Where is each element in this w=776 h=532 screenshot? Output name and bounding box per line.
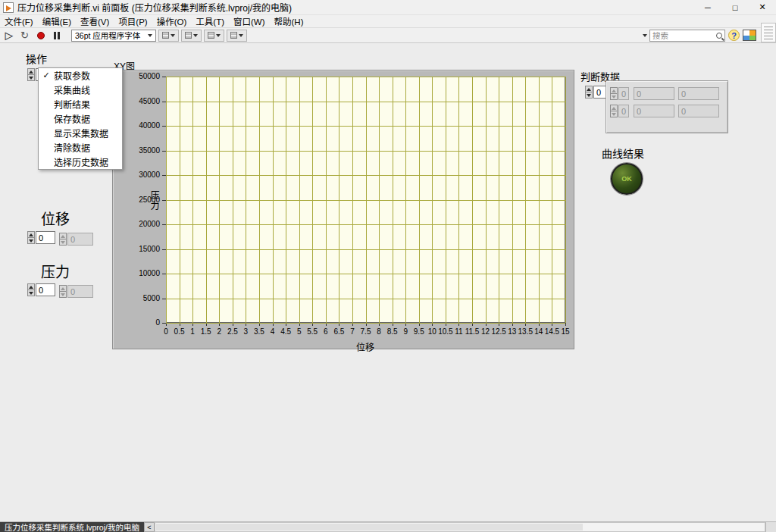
close-button[interactable]: ✕ [749, 0, 776, 14]
displacement-indicator: 0 [59, 233, 93, 246]
menu-item[interactable]: 操作(O) [152, 15, 192, 27]
reorder-dropdown[interactable] [227, 30, 247, 42]
window-title: 压力位移采集判断.vi 前面板 (压力位移采集判断系统.lvproj/我的电脑) [17, 1, 292, 14]
menu-option-label: 清除数据 [54, 141, 90, 154]
x-tick-label: 15 [554, 327, 577, 336]
increment-icon[interactable] [27, 68, 35, 75]
menu-item[interactable]: 窗口(W) [229, 15, 270, 27]
search-icon [716, 33, 722, 39]
run-continuously-button[interactable]: ↻ [17, 30, 32, 42]
increment-decrement-buttons[interactable] [585, 86, 593, 99]
array-index-control[interactable]: 0 [610, 87, 629, 100]
project-breadcrumb[interactable]: 压力位移采集判断系统.lvproj/我的电脑 [0, 522, 144, 532]
status-bar: 压力位移采集判断系统.lvproj/我的电脑 < [0, 521, 776, 532]
menu-item[interactable]: 工具(T) [191, 15, 229, 27]
increment-decrement-buttons[interactable] [27, 231, 35, 244]
y-tick-label: 45000 [134, 97, 160, 105]
menu-option[interactable]: 判断结果 [39, 97, 122, 111]
minimize-button[interactable]: ─ [694, 0, 721, 14]
increment-decrement-buttons [610, 105, 618, 117]
menu-option[interactable]: 选择历史数据 [39, 155, 122, 169]
array-index-control[interactable]: 0 [610, 105, 629, 117]
distribute-objects-icon [185, 32, 192, 39]
search-placeholder: 搜索 [652, 30, 668, 41]
menu-item[interactable]: 编辑(E) [38, 15, 76, 27]
search-options-button[interactable] [640, 30, 649, 41]
operation-menu: ✓获取参数采集曲线判断结果保存数据显示采集数据清除数据选择历史数据 [38, 67, 123, 170]
chevron-down-icon [193, 34, 198, 37]
menu-option[interactable]: ✓获取参数 [39, 68, 122, 83]
increment-decrement-buttons[interactable] [27, 68, 35, 81]
maximize-button[interactable]: □ [721, 0, 749, 14]
array-element: 0 [634, 105, 674, 117]
resize-objects-dropdown[interactable] [204, 30, 224, 42]
curve-result-label: 曲线结果 [602, 146, 644, 161]
increment-icon[interactable] [27, 231, 35, 238]
value-box: 0 [67, 233, 93, 246]
increment-icon [610, 87, 618, 94]
y-tick-label: 25000 [134, 196, 160, 204]
displacement-control[interactable]: 0 [27, 231, 55, 244]
increment-icon[interactable] [585, 86, 593, 92]
menu-item[interactable]: 帮助(H) [270, 15, 308, 27]
increment-icon[interactable] [27, 283, 35, 290]
displacement-label: 位移 [41, 208, 70, 228]
chevron-down-icon [239, 34, 243, 37]
reorder-icon [230, 32, 237, 39]
context-help-button[interactable]: ? [728, 30, 740, 41]
decrement-icon [59, 239, 67, 246]
toolbar: ▶ ↻ 36pt 应用程序字体 搜索 ? [0, 28, 776, 43]
array-row: 00 [634, 87, 719, 100]
increment-decrement-buttons [59, 285, 67, 298]
menu-option[interactable]: 采集曲线 [39, 83, 122, 97]
decrement-icon[interactable] [27, 238, 35, 244]
menu-option-label: 获取参数 [54, 69, 90, 82]
chevron-down-icon [148, 34, 152, 37]
y-tick-label: 30000 [134, 171, 160, 179]
pause-button[interactable] [49, 30, 64, 42]
led-text: OK [621, 175, 632, 183]
abort-button[interactable] [33, 30, 48, 42]
increment-decrement-buttons [610, 87, 618, 100]
chevron-down-icon [171, 34, 175, 37]
increment-icon [59, 233, 67, 239]
x-axis-title: 位移 [343, 340, 388, 353]
y-tick-label: 20000 [134, 220, 160, 228]
scrollbar-corner [765, 522, 776, 532]
scroll-left-button[interactable]: < [144, 522, 155, 532]
judge-index-control[interactable]: 0 [585, 86, 607, 99]
value-box[interactable]: 0 [36, 283, 55, 296]
value-box[interactable]: 0 [36, 231, 55, 244]
pressure-control[interactable]: 0 [27, 283, 55, 296]
panel-switch-icon[interactable] [743, 30, 756, 41]
horizontal-scrollbar[interactable] [155, 522, 765, 532]
decrement-icon[interactable] [585, 92, 593, 99]
check-icon: ✓ [39, 70, 54, 80]
run-button[interactable]: ▶ [2, 30, 16, 42]
decrement-icon[interactable] [27, 290, 35, 296]
title-bar: 压力位移采集判断.vi 前面板 (压力位移采集判断系统.lvproj/我的电脑)… [0, 0, 776, 15]
align-objects-dropdown[interactable] [158, 30, 179, 42]
menu-item[interactable]: 查看(V) [76, 15, 114, 27]
font-selector[interactable]: 36pt 应用程序字体 [71, 30, 156, 42]
menu-option[interactable]: 保存数据 [39, 111, 122, 126]
menu-option[interactable]: 清除数据 [39, 140, 122, 155]
menu-item[interactable]: 项目(P) [114, 15, 152, 27]
window-controls: ─ □ ✕ [694, 0, 776, 14]
run-continuous-icon: ↻ [20, 30, 29, 41]
pressure-label: 压力 [41, 261, 70, 281]
menu-item[interactable]: 文件(F) [0, 15, 38, 27]
increment-decrement-buttons[interactable] [27, 283, 35, 296]
distribute-objects-dropdown[interactable] [181, 30, 202, 42]
array-index-column: 00 [610, 87, 629, 117]
decrement-icon[interactable] [27, 75, 35, 81]
scrollbar-thumb[interactable] [156, 524, 583, 530]
menu-option[interactable]: 显示采集数据 [39, 126, 122, 140]
judge-array-indicator: 00 0000 [605, 80, 728, 133]
increment-icon [610, 105, 618, 111]
menu-option-label: 显示采集数据 [54, 127, 108, 139]
menu-option-label: 判断结果 [54, 98, 90, 111]
decrement-icon [610, 94, 618, 100]
app-icon [3, 2, 14, 13]
search-input[interactable]: 搜索 [649, 30, 725, 42]
